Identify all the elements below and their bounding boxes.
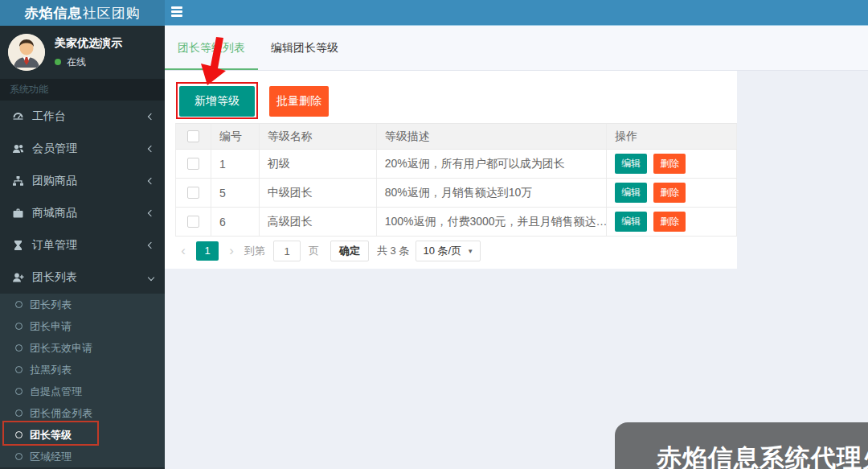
page-size-select[interactable]: 10 条/页 ▼ xyxy=(416,241,481,261)
table-header-row: 编号 等级名称 等级描述 操作 xyxy=(176,124,737,150)
user-name: 美家优选演示 xyxy=(55,36,122,51)
col-header-name: 等级名称 xyxy=(260,124,377,149)
chevron-left-icon xyxy=(148,146,154,152)
submenu-item-label: 自提点管理 xyxy=(30,385,82,399)
users-icon xyxy=(11,143,24,154)
submenu-item-region-manager[interactable]: 区域经理 xyxy=(0,446,165,467)
submenu-item-leader-list[interactable]: 团长列表 xyxy=(0,294,165,315)
sidebar-menu: 工作台 会员管理 团购商品 商城商品 xyxy=(0,101,165,294)
caret-down-icon: ▼ xyxy=(467,248,473,255)
online-status-label: 在线 xyxy=(67,56,86,69)
row-checkbox[interactable] xyxy=(187,187,199,199)
logo-rest-text: 社区团购 xyxy=(83,4,141,23)
avatar xyxy=(8,34,45,71)
app-window: 赤焰信息社区团购 美家优选演示 在线 xyxy=(0,0,868,469)
delete-button[interactable]: 删除 xyxy=(653,212,686,232)
sidebar-item-orders[interactable]: 订单管理 xyxy=(0,229,165,261)
submenu-item-leader-level[interactable]: 团长等级 xyxy=(0,424,165,446)
submenu-item-leader-commission[interactable]: 团长佣金列表 xyxy=(0,402,165,424)
promo-watermark-text: 赤焰信息系统代理火热招商中 xyxy=(657,442,868,469)
sidebar-item-label: 工作台 xyxy=(32,109,149,124)
edit-button[interactable]: 编辑 xyxy=(615,154,647,174)
submenu-item-label: 团长列表 xyxy=(30,298,72,312)
sidebar-section-label: 系统功能 xyxy=(0,79,165,101)
sidebar-item-label: 团长列表 xyxy=(32,270,149,285)
submenu-item-leader-invalid-apply[interactable]: 团长无效申请 xyxy=(0,337,165,359)
col-header-id: 编号 xyxy=(211,124,260,149)
sidebar-item-members[interactable]: 会员管理 xyxy=(0,133,165,165)
circle-icon xyxy=(15,366,23,373)
submenu-item-label: 团长无效申请 xyxy=(30,341,92,356)
chevron-left-icon xyxy=(148,113,154,120)
sidebar-submenu: 团长列表 团长申请 团长无效申请 拉黑列表 自提点管理 团长佣金列表 团长等级 … xyxy=(0,294,165,467)
chevron-down-icon xyxy=(148,274,154,281)
sidebar-item-label: 订单管理 xyxy=(32,238,149,253)
cell-level-name: 高级团长 xyxy=(260,208,377,236)
user-status: 在线 xyxy=(55,56,122,69)
submenu-item-label: 团长等级 xyxy=(30,428,72,442)
total-count-label: 共 3 条 xyxy=(377,244,409,258)
submenu-item-blacklist[interactable]: 拉黑列表 xyxy=(0,359,165,381)
cell-level-desc: 80%返佣，月销售额达到10万 xyxy=(377,179,608,207)
page-size-value: 10 条/页 xyxy=(423,244,461,258)
edit-button[interactable]: 编辑 xyxy=(615,212,647,232)
circle-icon xyxy=(15,409,23,417)
current-page-button[interactable]: 1 xyxy=(196,241,219,261)
select-all-checkbox[interactable] xyxy=(187,130,199,142)
cell-level-desc: 100%返佣，付费3000元，并且月销售额达… xyxy=(377,208,608,236)
avatar-image xyxy=(8,34,45,71)
submenu-item-pickup-point[interactable]: 自提点管理 xyxy=(0,381,165,402)
main-content: 团长等级列表 编辑团长等级 新增等级 批量删除 编号 等级名称 等级描述 操作 … xyxy=(165,26,868,469)
table-row: 6 高级团长 100%返佣，付费3000元，并且月销售额达… 编辑 删除 xyxy=(176,208,737,237)
delete-button[interactable]: 删除 xyxy=(653,154,686,174)
add-level-button[interactable]: 新增等级 xyxy=(179,86,255,117)
sidebar-item-mall-goods[interactable]: 商城商品 xyxy=(0,197,165,229)
cell-id: 5 xyxy=(211,179,260,207)
table-row: 5 中级团长 80%返佣，月销售额达到10万 编辑 删除 xyxy=(176,179,737,208)
row-checkbox[interactable] xyxy=(187,158,199,170)
cell-id: 6 xyxy=(211,208,260,236)
tab-edit-leader-level[interactable]: 编辑团长等级 xyxy=(258,26,351,70)
edit-button[interactable]: 编辑 xyxy=(615,183,647,203)
sidebar-item-label: 会员管理 xyxy=(32,142,149,156)
chevron-left-icon xyxy=(148,210,154,216)
circle-icon xyxy=(15,344,23,352)
col-header-actions: 操作 xyxy=(607,124,737,149)
cell-level-desc: 20%返佣，所有用户都可以成为团长 xyxy=(377,150,608,178)
sidebar-item-groupbuy-goods[interactable]: 团购商品 xyxy=(0,165,165,197)
jump-suffix-label: 页 xyxy=(309,244,319,258)
prev-page-icon[interactable]: ‹ xyxy=(175,241,191,261)
cell-id: 1 xyxy=(211,150,260,178)
submenu-item-label: 团长佣金列表 xyxy=(30,406,92,421)
sidebar-item-label: 团购商品 xyxy=(32,174,149,188)
page-jump-input[interactable] xyxy=(273,241,301,261)
next-page-icon[interactable]: › xyxy=(223,241,240,261)
sidebar-toggle-icon[interactable] xyxy=(171,6,184,19)
logo-bold-text: 赤焰信息 xyxy=(25,4,83,23)
chevron-left-icon xyxy=(148,178,154,184)
submenu-item-leader-apply[interactable]: 团长申请 xyxy=(0,315,165,337)
cell-level-name: 初级 xyxy=(260,150,377,178)
submenu-item-label: 拉黑列表 xyxy=(30,363,72,377)
jump-prefix-label: 到第 xyxy=(244,244,265,258)
table-row: 1 初级 20%返佣，所有用户都可以成为团长 编辑 删除 xyxy=(176,150,737,179)
delete-button[interactable]: 删除 xyxy=(653,183,686,203)
briefcase-icon xyxy=(11,208,24,219)
col-header-desc: 等级描述 xyxy=(377,124,608,149)
circle-icon xyxy=(15,453,23,460)
tab-leader-level-list[interactable]: 团长等级列表 xyxy=(165,26,258,70)
tab-bar: 团长等级列表 编辑团长等级 xyxy=(165,26,868,71)
app-logo[interactable]: 赤焰信息社区团购 xyxy=(0,0,165,26)
sidebar-item-leader-list[interactable]: 团长列表 xyxy=(0,261,165,294)
circle-icon xyxy=(15,388,23,395)
promo-watermark: 赤焰信息系统代理火热招商中 xyxy=(615,422,868,469)
confirm-button[interactable]: 确定 xyxy=(330,241,369,261)
sidebar-item-workbench[interactable]: 工作台 xyxy=(0,101,165,133)
submenu-item-label: 团长申请 xyxy=(30,319,72,334)
row-checkbox[interactable] xyxy=(187,216,199,228)
sidebar: 美家优选演示 在线 系统功能 工作台 会员管理 xyxy=(0,26,165,469)
user-panel: 美家优选演示 在线 xyxy=(0,26,165,79)
batch-delete-button[interactable]: 批量删除 xyxy=(269,86,329,117)
circle-icon xyxy=(15,431,23,438)
circle-icon xyxy=(15,323,23,330)
